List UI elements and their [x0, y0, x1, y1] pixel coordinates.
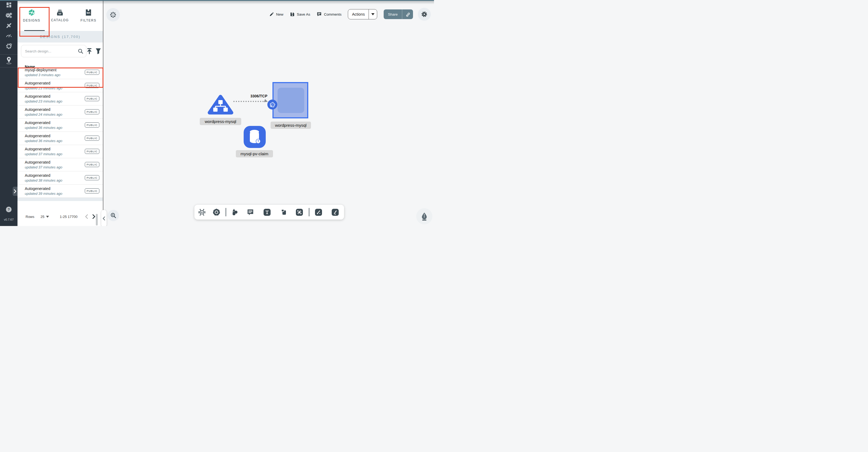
visibility-badge: PUBLIC	[85, 149, 99, 154]
designs-list: mysql-deploymentupdated 3 minutes agoPUB…	[18, 66, 103, 198]
list-end-band	[18, 198, 103, 201]
visibility-badge: PUBLIC	[85, 136, 99, 141]
prev-page-icon[interactable]	[85, 214, 88, 219]
design-row[interactable]: Autogeneratedupdated 23 minutes agoPUBLI…	[18, 79, 103, 92]
design-name: Autogenerated	[25, 173, 50, 177]
text-tool[interactable]	[264, 209, 271, 216]
gear-icon	[421, 11, 428, 18]
design-updated: updated 36 minutes ago	[25, 126, 62, 130]
visibility-badge: PUBLIC	[85, 175, 99, 180]
mesh-views-button[interactable]	[106, 8, 120, 22]
design-row[interactable]: Autogeneratedupdated 36 minutes agoPUBLI…	[18, 132, 103, 145]
search-input[interactable]	[25, 49, 78, 54]
edge-pen-tool[interactable]	[315, 209, 322, 216]
panel-collapse-button[interactable]	[101, 210, 106, 226]
catalog-icon	[56, 9, 64, 16]
pagination-bar: Rows 25 1-25 17700	[18, 211, 103, 222]
extensions-icon[interactable]	[0, 42, 18, 50]
search-icon[interactable]	[78, 48, 84, 54]
actions-label: Actions	[348, 12, 369, 17]
top-accent-strip	[0, 0, 434, 1]
shapes-tool[interactable]	[231, 208, 239, 216]
design-row[interactable]: Autogeneratedupdated 36 minutes agoPUBLI…	[18, 119, 103, 132]
design-row[interactable]: Autogeneratedupdated 39 minutes agoPUBLI…	[18, 185, 103, 198]
node-pvc-mysql-pv-claim[interactable]: ?	[244, 126, 266, 148]
tab-catalog-label: CATALOG	[51, 18, 69, 22]
design-updated: updated 23 minutes ago	[25, 99, 62, 103]
freehand-pencil-tool[interactable]	[332, 209, 339, 216]
publish-upload-icon[interactable]	[86, 47, 93, 56]
sticky-note-tool[interactable]	[280, 208, 287, 216]
design-pen-button[interactable]	[416, 208, 432, 224]
dock-divider	[226, 208, 226, 216]
pen-nib-icon	[420, 212, 428, 221]
design-updated: updated 37 minutes ago	[25, 165, 62, 169]
settings-button[interactable]	[418, 8, 431, 21]
visibility-badge: PUBLIC	[85, 70, 99, 75]
comment-tool[interactable]	[247, 208, 254, 216]
designs-count-header: DESIGNS (17,700)	[18, 31, 103, 42]
actions-caret-button[interactable]	[369, 13, 377, 15]
tab-filters[interactable]: WA FILTERS	[74, 0, 102, 31]
comment-icon	[317, 12, 322, 17]
visibility-badge: PUBLIC	[85, 162, 99, 167]
edge-service-to-deployment[interactable]	[234, 101, 266, 102]
design-name: Autogenerated	[25, 147, 50, 151]
version-label: v0.7.67	[0, 218, 18, 221]
design-row[interactable]: Autogeneratedupdated 37 minutes agoPUBLI…	[18, 145, 103, 158]
lifecycle-gears-icon[interactable]	[0, 12, 18, 19]
copy-link-button[interactable]	[402, 12, 413, 17]
visibility-badge: PUBLIC	[85, 83, 99, 88]
meshery-kanvas-app: ? v0.7.67 DESIGNS CATALOG	[0, 0, 434, 226]
component-tool[interactable]	[198, 208, 206, 216]
next-page-icon[interactable]	[92, 214, 95, 219]
design-name: Autogenerated	[25, 134, 50, 138]
visibility-badge: PUBLIC	[85, 122, 99, 128]
design-row[interactable]: Autogeneratedupdated 23 minutes agoPUBLI…	[18, 92, 103, 105]
design-row[interactable]: Autogeneratedupdated 37 minutes agoPUBLI…	[18, 158, 103, 171]
sidebar-expand-button[interactable]	[13, 187, 18, 196]
design-row[interactable]: Autogeneratedupdated 24 minutes agoPUBLI…	[18, 105, 103, 119]
page-size-caret-icon[interactable]	[46, 216, 49, 218]
node-deployment-wordpress-mysql[interactable]	[273, 82, 308, 118]
canvas-toolbar: New Save As Comments Actions Share	[269, 9, 413, 20]
comments-button[interactable]: Comments	[317, 12, 341, 17]
configuration-tools-icon[interactable]	[0, 22, 18, 29]
database-icon: ?	[248, 129, 262, 145]
filter-funnel-icon[interactable]	[95, 47, 101, 56]
rows-label: Rows	[26, 215, 34, 219]
design-row[interactable]: Autogeneratedupdated 38 minutes agoPUBLI…	[18, 171, 103, 185]
node-label-pvc: mysql-pv-claim	[236, 150, 273, 157]
panel-scrollbar[interactable]	[96, 214, 98, 225]
tab-catalog[interactable]: CATALOG	[46, 0, 74, 31]
node-service-wordpress-mysql[interactable]	[208, 94, 234, 116]
new-button[interactable]: New	[269, 12, 283, 17]
tab-filters-label: FILTERS	[81, 19, 96, 22]
kubernetes-tool[interactable]	[213, 208, 220, 216]
design-name: Autogenerated	[25, 160, 50, 164]
save-as-button[interactable]: Save As	[290, 12, 310, 17]
search-design-box[interactable]	[21, 45, 86, 57]
share-label: Share	[384, 12, 402, 17]
help-button[interactable]: ?	[6, 206, 11, 212]
design-updated: updated 36 minutes ago	[25, 139, 62, 143]
dashboard-icon[interactable]	[0, 2, 18, 8]
page-size-select[interactable]: 25	[41, 215, 44, 219]
tab-designs-label: DESIGNS	[23, 19, 40, 22]
zoom-in-button[interactable]	[108, 210, 119, 221]
meshery-designs-logo-icon	[28, 9, 35, 16]
node-label-service: wordpress-mysql	[200, 118, 241, 125]
relationship-tool[interactable]	[296, 209, 303, 216]
tab-designs[interactable]: DESIGNS	[18, 0, 46, 31]
pod-badge[interactable]	[267, 100, 277, 109]
link-icon	[405, 12, 410, 17]
zoom-in-icon	[110, 212, 117, 219]
pencil-new-icon	[269, 12, 274, 17]
kanvas-pin-icon[interactable]	[0, 56, 18, 65]
actions-split-button[interactable]: Actions	[348, 9, 377, 20]
range-label: 1-25 17700	[60, 215, 78, 219]
share-split-button[interactable]: Share	[384, 9, 413, 19]
design-name: Autogenerated	[25, 121, 50, 125]
design-row[interactable]: mysql-deploymentupdated 3 minutes agoPUB…	[18, 66, 103, 79]
performance-icon[interactable]	[0, 32, 18, 38]
